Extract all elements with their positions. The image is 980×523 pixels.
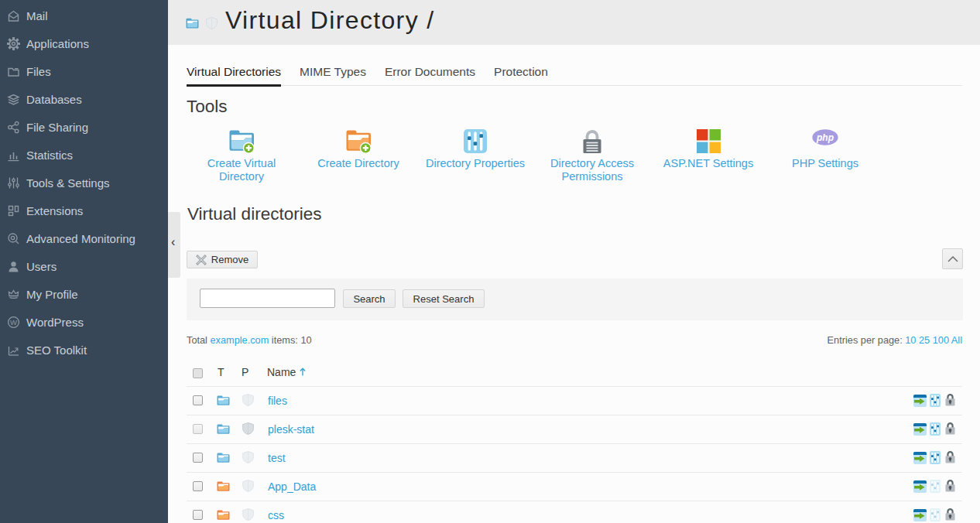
svg-text:W: W [10,317,17,326]
svg-text:php: php [816,132,834,143]
